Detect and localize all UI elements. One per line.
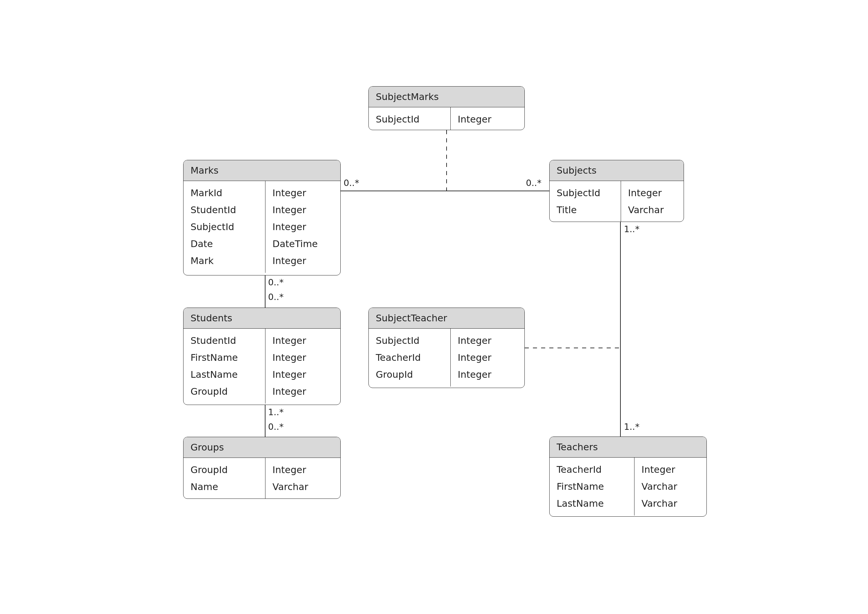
field-name: FirstName [557, 478, 627, 495]
entity-subjectteacher: SubjectTeacherSubjectIdTeacherIdGroupIdI… [369, 308, 525, 388]
entity-title: SubjectTeacher [369, 308, 524, 329]
field-name: TeacherId [557, 461, 627, 478]
multiplicity-label: 1..* [624, 224, 639, 234]
field-type: Integer [272, 366, 333, 383]
field-name: GroupId [191, 461, 258, 478]
field-name: LastName [191, 366, 258, 383]
field-type: Integer [272, 383, 333, 400]
field-type: Integer [272, 461, 333, 478]
field-name: GroupId [191, 383, 258, 400]
entity-title: Teachers [550, 437, 706, 457]
field-type: Integer [628, 185, 677, 202]
field-name: Date [191, 236, 258, 252]
entity-marks: MarksMarkIdStudentIdSubjectIdDateMarkInt… [183, 160, 341, 275]
field-name: SubjectId [376, 332, 443, 349]
multiplicity-label: 0..* [526, 178, 541, 188]
entity-subjectmarks: SubjectMarksSubjectIdInteger [369, 86, 525, 130]
entity-teachers: TeachersTeacherIdFirstNameLastNameIntege… [549, 437, 707, 516]
multiplicity-label: 1..* [624, 422, 639, 432]
field-type: Integer [458, 349, 517, 366]
field-name: StudentId [191, 202, 258, 219]
field-type: Integer [272, 202, 333, 219]
field-type: Integer [272, 219, 333, 236]
multiplicity-label: 1..* [268, 407, 283, 417]
multiplicity-label: 0..* [268, 277, 283, 287]
entity-title: SubjectMarks [369, 87, 524, 107]
field-name: LastName [557, 495, 627, 512]
field-name: Name [191, 478, 258, 495]
field-type: Varchar [641, 495, 700, 512]
field-type: Integer [272, 332, 333, 349]
field-type: Integer [272, 252, 333, 269]
field-name: SubjectId [191, 219, 258, 236]
field-type: Varchar [272, 478, 333, 495]
entity-students: StudentsStudentIdFirstNameLastNameGroupI… [183, 308, 341, 405]
entity-subjects: SubjectsSubjectIdTitleIntegerVarchar [549, 160, 684, 222]
entity-title: Marks [184, 160, 341, 181]
field-name: FirstName [191, 349, 258, 366]
entity-title: Groups [184, 437, 341, 458]
field-type: Varchar [628, 202, 677, 219]
multiplicity-label: 0..* [268, 422, 283, 432]
field-type: Varchar [641, 478, 700, 495]
field-name: Title [557, 202, 614, 219]
field-type: Integer [272, 349, 333, 366]
field-type: Integer [458, 366, 517, 383]
field-name: MarkId [191, 185, 258, 202]
field-type: Integer [272, 185, 333, 202]
multiplicity-label: 0..* [344, 178, 359, 188]
field-type: Integer [458, 111, 517, 128]
field-name: Mark [191, 252, 258, 269]
field-name: SubjectId [376, 111, 443, 128]
field-name: TeacherId [376, 349, 443, 366]
field-name: GroupId [376, 366, 443, 383]
entity-title: Subjects [550, 160, 684, 181]
field-type: Integer [641, 461, 700, 478]
field-name: StudentId [191, 332, 258, 349]
entity-groups: GroupsGroupIdNameIntegerVarchar [183, 437, 341, 499]
entity-title: Students [184, 308, 341, 329]
field-name: SubjectId [557, 185, 614, 202]
field-type: DateTime [272, 236, 333, 252]
multiplicity-label: 0..* [268, 292, 283, 302]
field-type: Integer [458, 332, 517, 349]
